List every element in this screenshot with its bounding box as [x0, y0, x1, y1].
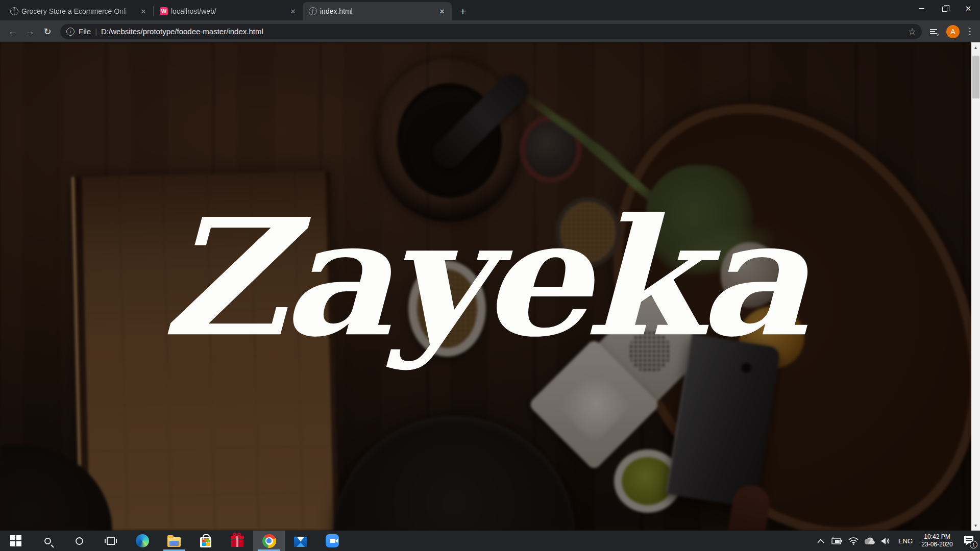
- gift-icon: [231, 539, 243, 547]
- address-bar[interactable]: i File | D:/websites/prototype/foodee-ma…: [60, 24, 922, 39]
- camera-icon: [330, 539, 335, 543]
- battery-status-icon[interactable]: [830, 531, 844, 551]
- tab-title: index.html: [320, 7, 434, 15]
- task-view-button[interactable]: [95, 531, 127, 551]
- taskbar-edge-button[interactable]: [127, 531, 158, 551]
- page-info-icon[interactable]: i: [66, 28, 75, 36]
- media-controls-icon[interactable]: ♪: [925, 24, 942, 39]
- restore-icon: [942, 7, 947, 12]
- bookmark-star-icon[interactable]: ☆: [904, 24, 920, 39]
- browser-toolbar: ← → ↻ i File | D:/websites/prototype/foo…: [0, 20, 980, 42]
- tab-close-icon[interactable]: ✕: [288, 7, 298, 16]
- scrollbar-thumb[interactable]: [972, 56, 979, 98]
- taskbar-chrome-button[interactable]: [253, 531, 285, 551]
- reload-button[interactable]: ↻: [39, 23, 56, 40]
- tab-close-icon[interactable]: ✕: [437, 7, 447, 16]
- page-content: Zayeka ▲ ▼: [0, 42, 980, 531]
- edge-icon: [136, 534, 149, 547]
- cortana-button[interactable]: [63, 531, 95, 551]
- cortana-icon: [76, 537, 83, 545]
- tab-grocery-store[interactable]: Grocery Store a Ecommerce Onli ✕: [4, 2, 153, 20]
- window-restore-button[interactable]: [933, 0, 957, 17]
- clock-date: 23-06-2020: [918, 541, 957, 548]
- volume-status-icon[interactable]: [879, 531, 893, 551]
- globe-favicon-icon: [309, 7, 317, 15]
- desktop: Grocery Store a Ecommerce Onli ✕ W local…: [0, 0, 980, 551]
- taskbar-mail-button[interactable]: [285, 531, 316, 551]
- taskbar-file-explorer-button[interactable]: [158, 531, 190, 551]
- zoom-app-icon: [326, 534, 339, 547]
- taskbar-clock[interactable]: 10:42 PM 23-06-2020: [918, 533, 957, 548]
- chrome-icon: [262, 534, 276, 548]
- tab-localhost[interactable]: W localhost/web/ ✕: [154, 2, 303, 20]
- wamp-favicon-icon: W: [160, 7, 168, 15]
- taskbar-gift-app-button[interactable]: [222, 531, 253, 551]
- windows-logo-icon: [10, 535, 21, 546]
- taskbar-search-button[interactable]: [32, 531, 63, 551]
- search-icon: [44, 538, 51, 544]
- battery-icon: [831, 537, 843, 544]
- new-tab-button[interactable]: +: [456, 4, 470, 18]
- tray-chevron-button[interactable]: [814, 531, 828, 551]
- clock-time: 10:42 PM: [918, 533, 957, 541]
- onedrive-status-icon[interactable]: [863, 531, 877, 551]
- wifi-status-icon[interactable]: [846, 531, 861, 551]
- speaker-icon: [881, 537, 891, 545]
- task-view-icon: [107, 537, 115, 545]
- scroll-down-icon[interactable]: ▼: [971, 520, 980, 531]
- tab-title: Grocery Store a Ecommerce Onli: [21, 7, 136, 15]
- notification-count-badge: 1: [970, 541, 977, 548]
- chevron-up-icon: [817, 539, 824, 543]
- url-separator: |: [95, 27, 97, 36]
- music-note-icon: ♪: [937, 31, 940, 37]
- page-scrollbar[interactable]: ▲ ▼: [971, 42, 980, 531]
- windows-taskbar: ENG 10:42 PM 23-06-2020 1: [0, 531, 980, 551]
- back-button[interactable]: ←: [4, 23, 21, 40]
- tab-index-html-active[interactable]: index.html ✕: [303, 2, 452, 20]
- globe-favicon-icon: [10, 7, 18, 15]
- browser-menu-icon[interactable]: ⋮: [964, 24, 976, 39]
- action-center-button[interactable]: 1: [959, 531, 979, 551]
- microsoft-store-icon: [200, 537, 211, 547]
- taskbar-zoom-button[interactable]: [316, 531, 348, 551]
- tab-close-icon[interactable]: ✕: [139, 7, 148, 16]
- scroll-up-icon[interactable]: ▲: [971, 42, 980, 53]
- mail-icon: [294, 537, 307, 547]
- browser-tab-strip: Grocery Store a Ecommerce Onli ✕ W local…: [0, 0, 980, 20]
- gift-bow-icon: [237, 533, 241, 536]
- minimize-icon: [919, 8, 924, 9]
- forward-button[interactable]: →: [21, 23, 39, 40]
- system-tray: ENG 10:42 PM 23-06-2020 1: [814, 531, 980, 551]
- gift-bow-icon: [233, 533, 236, 536]
- hero-section: Zayeka: [0, 42, 980, 531]
- taskbar-store-button[interactable]: [190, 531, 222, 551]
- site-logo-text: Zayeka: [161, 197, 803, 358]
- start-button[interactable]: [0, 531, 32, 551]
- url-scheme-label: File: [79, 27, 91, 36]
- url-text: D:/websites/prototype/foodee-master/inde…: [101, 27, 263, 36]
- tab-title: localhost/web/: [171, 7, 285, 15]
- wifi-icon: [848, 537, 859, 545]
- window-close-button[interactable]: ✕: [957, 0, 980, 17]
- window-minimize-button[interactable]: [910, 0, 933, 17]
- file-explorer-icon: [167, 537, 181, 547]
- language-indicator[interactable]: ENG: [895, 537, 916, 545]
- cloud-icon: [864, 537, 876, 545]
- window-controls: ✕: [910, 0, 980, 17]
- profile-avatar[interactable]: A: [946, 25, 960, 38]
